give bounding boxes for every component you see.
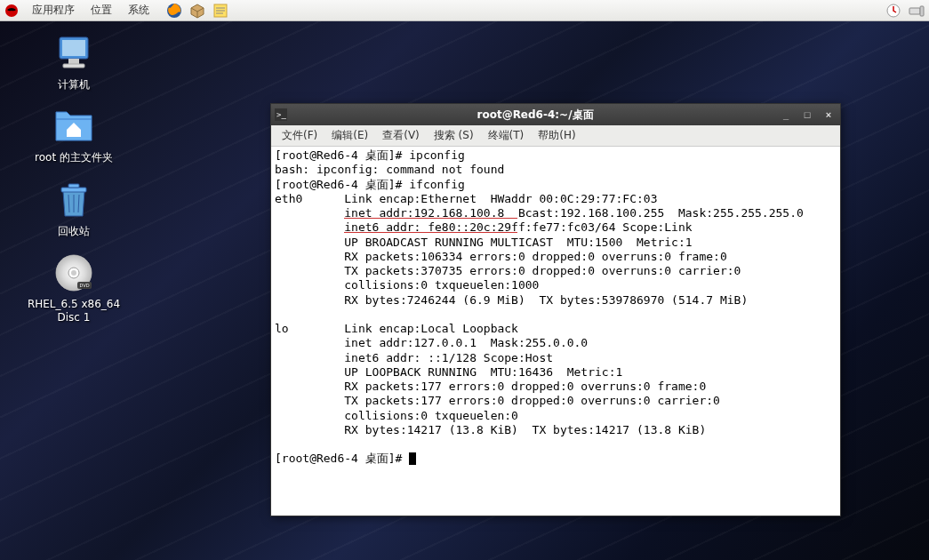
desktop-icon-label: root 的主文件夹	[35, 151, 113, 164]
svg-rect-14	[68, 184, 79, 188]
terminal-cursor	[409, 452, 416, 465]
terminal-menubar: 文件(F) 编辑(E) 查看(V) 搜索 (S) 终端(T) 帮助(H)	[271, 125, 840, 147]
trash-icon	[52, 179, 95, 221]
desktop-icon-label: RHEL_6.5 x86_64 Disc 1	[28, 298, 120, 324]
svg-text:>_: >_	[276, 110, 286, 119]
package-icon[interactable]	[188, 2, 206, 20]
menu-file[interactable]: 文件(F)	[275, 126, 324, 145]
desktop-icons-area: 计算机 root 的主文件夹 回收站 DVD RHEL_6.5 x86_64 D…	[16, 32, 132, 324]
terminal-line: RX packets:106334 errors:0 dropped:0 ove…	[275, 250, 727, 263]
terminal-line: collisions:0 txqueuelen:0	[275, 409, 518, 422]
desktop-icon-dvd[interactable]: DVD RHEL_6.5 x86_64 Disc 1	[16, 252, 132, 324]
terminal-icon: >_	[275, 108, 287, 121]
dvd-icon: DVD	[52, 252, 95, 294]
minimize-button[interactable]: _	[778, 108, 794, 121]
firefox-icon[interactable]	[165, 2, 183, 20]
gnome-top-panel: 应用程序 位置 系统	[0, 0, 929, 21]
terminal-line: [root@Red6-4 桌面]# ipconfig	[275, 148, 465, 162]
svg-rect-11	[68, 59, 79, 64]
terminal-line: TX packets:177 errors:0 dropped:0 overru…	[275, 394, 720, 407]
home-folder-icon	[52, 105, 95, 148]
terminal-line: [root@Red6-4 桌面]#	[275, 452, 409, 465]
svg-text:DVD: DVD	[79, 283, 89, 288]
svg-rect-12	[63, 64, 84, 68]
menu-applications[interactable]: 应用程序	[25, 1, 82, 20]
terminal-line: inet addr:127.0.0.1 Mask:255.0.0.0	[275, 336, 588, 349]
svg-rect-7	[909, 8, 920, 14]
desktop-icon-label: 计算机	[58, 78, 90, 91]
menu-help[interactable]: 帮助(H)	[531, 126, 582, 145]
terminal-line: RX bytes:7246244 (6.9 MiB) TX bytes:5397…	[275, 293, 748, 307]
svg-rect-13	[61, 188, 86, 192]
annotation-underline	[344, 232, 517, 233]
terminal-output[interactable]: [root@Red6-4 桌面]# ipconfig bash: ipconfi…	[271, 147, 840, 516]
terminal-line: eth0 Link encap:Ethernet HWaddr 00:0C:29…	[275, 192, 657, 205]
terminal-window[interactable]: >_ root@Red6-4:~/桌面 _ □ × 文件(F) 编辑(E) 查看…	[270, 103, 841, 516]
svg-rect-10	[62, 40, 85, 56]
terminal-line: lo Link encap:Local Loopback	[275, 322, 518, 335]
desktop-icon-trash[interactable]: 回收站	[16, 179, 132, 237]
terminal-line: RX packets:177 errors:0 dropped:0 overru…	[275, 380, 706, 393]
terminal-line: RX bytes:14217 (13.8 KiB) TX bytes:14217…	[275, 423, 706, 436]
menu-edit[interactable]: 编辑(E)	[324, 126, 375, 145]
terminal-line: TX packets:370735 errors:0 dropped:0 ove…	[275, 264, 741, 277]
menu-terminal[interactable]: 终端(T)	[481, 126, 532, 145]
close-button[interactable]: ×	[821, 108, 837, 121]
maximize-button[interactable]: □	[799, 108, 815, 121]
terminal-line: UP BROADCAST RUNNING MULTICAST MTU:1500 …	[275, 236, 693, 249]
notes-icon[interactable]	[212, 2, 229, 20]
menu-view[interactable]: 查看(V)	[375, 126, 427, 145]
desktop-icon-home[interactable]: root 的主文件夹	[16, 105, 132, 164]
terminal-line: bash: ipconfig: command not found	[275, 163, 504, 176]
svg-rect-8	[920, 6, 924, 16]
menu-places[interactable]: 位置	[84, 1, 119, 20]
menu-search[interactable]: 搜索 (S)	[427, 126, 481, 145]
computer-icon	[52, 32, 95, 75]
update-icon[interactable]	[885, 2, 902, 20]
window-titlebar[interactable]: >_ root@Red6-4:~/桌面 _ □ ×	[271, 104, 840, 125]
terminal-line: inet6 addr: ::1/128 Scope:Host	[275, 351, 553, 364]
terminal-line: UP LOOPBACK RUNNING MTU:16436 Metric:1	[275, 365, 622, 379]
redhat-logo-icon[interactable]	[4, 3, 20, 19]
desktop-icon-label: 回收站	[58, 225, 90, 237]
svg-point-21	[71, 270, 76, 276]
terminal-line: [root@Red6-4 桌面]# ifconfig	[275, 178, 465, 191]
terminal-line: collisions:0 txqueuelen:1000	[275, 278, 539, 292]
annotation-underline	[344, 218, 517, 219]
desktop-icon-computer[interactable]: 计算机	[16, 32, 132, 91]
volume-icon[interactable]	[908, 2, 925, 20]
window-title: root@Red6-4:~/桌面	[292, 108, 778, 123]
menu-system[interactable]: 系统	[121, 1, 156, 20]
